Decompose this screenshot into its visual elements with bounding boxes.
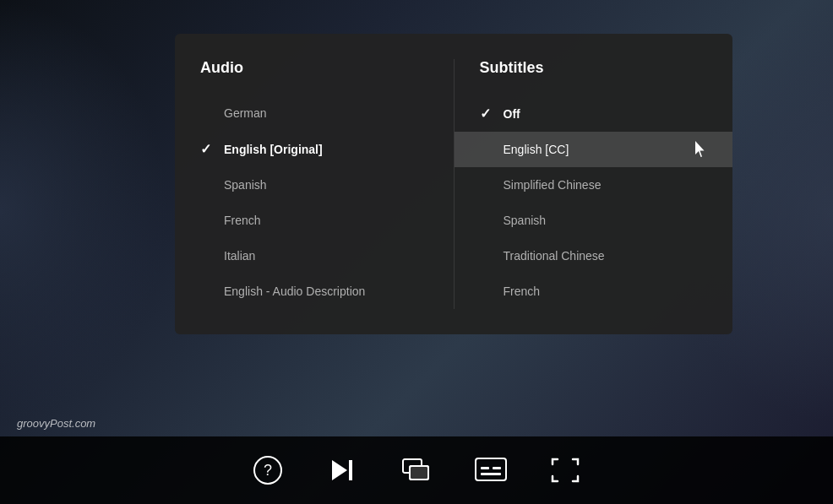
subtitle-label-simplified-chinese: Simplified Chinese [504,178,708,192]
subtitle-item-english-cc[interactable]: English [CC] [455,132,733,167]
subtitle-label-english-cc: English [CC] [504,143,691,156]
subtitle-item-french[interactable]: French [480,274,708,309]
svg-rect-5 [410,466,428,480]
checkmark-italian [200,248,217,263]
audio-label-german: German [224,106,428,120]
audio-label-french: French [224,214,428,227]
checkmark-traditional-chinese [480,248,497,263]
skip-next-button[interactable] [322,450,362,490]
checkmark-subtitle-spanish [480,213,497,228]
watermark-text: groovyPost.com [17,417,95,430]
subtitle-label-spanish: Spanish [504,214,708,227]
subtitle-label-french: French [504,285,708,298]
svg-rect-10 [481,473,501,475]
subtitles-column: Subtitles ✓ Off English [CC] Simplified … [455,59,733,309]
subtitle-label-traditional-chinese: Traditional Chinese [504,249,708,263]
checkmark-off: ✓ [480,106,497,122]
checkmark-english-original: ✓ [200,141,217,157]
audio-item-italian[interactable]: Italian [200,238,428,274]
checkmark-english-ad [200,284,217,299]
audio-item-english-original[interactable]: ✓ English [Original] [200,131,428,167]
checkmark-english-cc [480,142,497,157]
help-button[interactable]: ? [248,450,288,490]
audio-item-english-ad[interactable]: English - Audio Description [200,274,428,309]
subtitles-header: Subtitles [480,59,708,77]
checkmark-subtitle-french [480,284,497,299]
audio-label-english-ad: English - Audio Description [224,285,428,298]
svg-rect-8 [481,467,489,469]
audio-label-spanish: Spanish [224,178,428,192]
bottom-bar: ? [0,436,833,504]
audio-header: Audio [200,59,428,77]
audio-item-german[interactable]: German [200,95,428,131]
svg-text:?: ? [264,462,272,479]
cursor-icon [695,141,707,156]
checkmark-german [200,106,217,121]
audio-label-italian: Italian [224,249,428,263]
watermark: groovyPost.com [17,417,95,430]
subtitle-label-off: Off [504,107,708,121]
checkmark-french [200,213,217,228]
checkmark-spanish [200,177,217,192]
subtitle-item-spanish[interactable]: Spanish [480,203,708,238]
svg-rect-3 [349,460,352,480]
checkmark-simplified-chinese [480,177,497,192]
subtitle-item-simplified-chinese[interactable]: Simplified Chinese [480,167,708,203]
episodes-button[interactable] [396,450,437,490]
subtitle-item-traditional-chinese[interactable]: Traditional Chinese [480,238,708,274]
audio-subtitle-panel: Audio German ✓ English [Original] Spanis… [175,34,732,334]
subtitle-item-off[interactable]: ✓ Off [480,95,708,132]
svg-rect-7 [476,458,506,480]
svg-rect-9 [493,467,501,469]
audio-label-english-original: English [Original] [224,143,428,156]
audio-column: Audio German ✓ English [Original] Spanis… [175,59,454,309]
fullscreen-button[interactable] [545,450,585,490]
audio-item-french[interactable]: French [200,203,428,238]
bg-decoration-left [0,0,169,422]
svg-marker-2 [332,460,347,480]
audio-item-spanish[interactable]: Spanish [200,167,428,203]
subtitles-button[interactable] [471,450,511,490]
